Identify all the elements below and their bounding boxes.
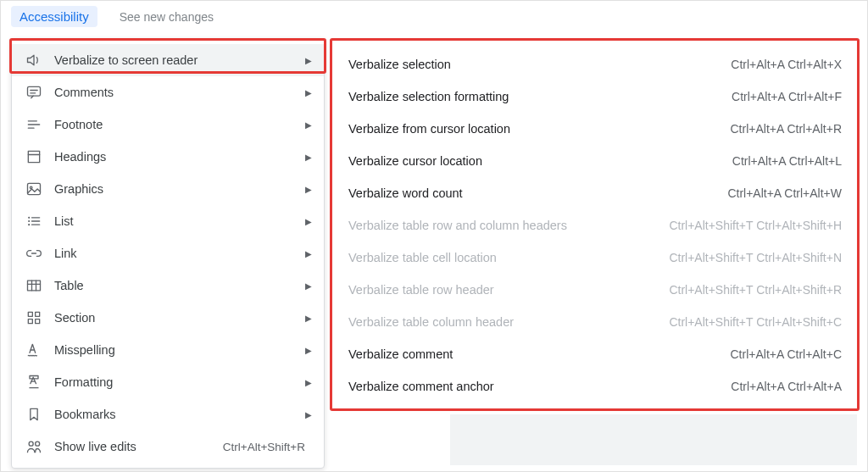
menu-item-bookmarks[interactable]: Bookmarks▶: [12, 398, 324, 430]
svg-point-28: [29, 441, 33, 446]
menu-item-label: Comments: [54, 86, 303, 99]
submenu-item-label: Verbalize comment anchor: [348, 380, 731, 393]
menu-item-label: Footnote: [54, 118, 303, 131]
svg-rect-23: [36, 319, 40, 324]
menu-item-show-live-edits[interactable]: Show live editsCtrl+Alt+Shift+R: [12, 430, 324, 463]
menu-item-shortcut: Ctrl+Alt+Shift+R: [223, 441, 305, 453]
svg-rect-6: [28, 151, 39, 162]
submenu-item-shortcut: Ctrl+Alt+Shift+T Ctrl+Alt+Shift+R: [669, 283, 842, 297]
chevron-right-icon: ▶: [303, 217, 312, 226]
chevron-right-icon: ▶: [303, 185, 312, 194]
menu-item-label: Formatting: [54, 375, 303, 389]
background-patch: [450, 414, 857, 465]
svg-point-11: [28, 220, 30, 222]
submenu-item-label: Verbalize word count: [348, 186, 727, 200]
menu-item-label: Misspelling: [54, 343, 303, 357]
submenu-item-verbalize-selection[interactable]: Verbalize selectionCtrl+Alt+A Ctrl+Alt+X: [333, 48, 857, 81]
headings-icon: [25, 148, 42, 165]
submenu-item-label: Verbalize comment: [348, 347, 731, 361]
svg-point-9: [30, 186, 32, 189]
submenu-item-verbalize-comment[interactable]: Verbalize commentCtrl+Alt+A Ctrl+Alt+C: [333, 338, 857, 370]
menu-item-label: Link: [54, 247, 303, 260]
submenu-item-shortcut: Ctrl+Alt+A Ctrl+Alt+F: [732, 90, 842, 103]
submenu-item-shortcut: Ctrl+Alt+A Ctrl+Alt+W: [727, 186, 842, 200]
chevron-right-icon: ▶: [303, 153, 312, 162]
submenu-item-verbalize-from-cursor-location[interactable]: Verbalize from cursor locationCtrl+Alt+A…: [333, 113, 857, 145]
submenu-item-verbalize-cursor-location[interactable]: Verbalize cursor locationCtrl+Alt+A Ctrl…: [333, 145, 857, 177]
see-new-changes-button[interactable]: See new changes: [113, 7, 220, 27]
bookmarks-icon: [25, 406, 42, 423]
menu-item-label: Headings: [54, 150, 303, 164]
tab-accessibility[interactable]: Accessibility: [11, 6, 97, 27]
chevron-right-icon: ▶: [303, 314, 312, 323]
menu-item-headings[interactable]: Headings▶: [12, 141, 324, 173]
menu-item-graphics[interactable]: Graphics▶: [12, 173, 324, 205]
menu-item-label: Show live edits: [54, 440, 223, 453]
submenu-item-label: Verbalize selection: [348, 58, 731, 71]
graphics-icon: [25, 180, 42, 197]
submenu-item-label: Verbalize table cell location: [348, 251, 669, 264]
chevron-right-icon: ▶: [303, 88, 312, 97]
menu-item-verbalize-to-screen-reader[interactable]: Verbalize to screen reader▶: [12, 44, 324, 76]
menu-item-label: Bookmarks: [54, 408, 303, 421]
submenu-item-label: Verbalize from cursor location: [348, 122, 731, 136]
menu-item-footnote[interactable]: Footnote▶: [12, 108, 324, 141]
submenu-item-shortcut: Ctrl+Alt+Shift+T Ctrl+Alt+Shift+C: [669, 315, 842, 329]
menu-item-misspelling[interactable]: Misspelling▶: [12, 334, 324, 366]
verbalize-submenu: Verbalize selectionCtrl+Alt+A Ctrl+Alt+X…: [333, 43, 857, 408]
svg-rect-22: [28, 319, 32, 324]
menu-item-section[interactable]: Section▶: [12, 302, 324, 334]
menu-item-formatting[interactable]: Formatting▶: [12, 366, 324, 398]
link-icon: [25, 245, 42, 262]
submenu-item-verbalize-comment-anchor[interactable]: Verbalize comment anchorCtrl+Alt+A Ctrl+…: [333, 370, 857, 403]
submenu-item-verbalize-table-column-header: Verbalize table column headerCtrl+Alt+Sh…: [333, 306, 857, 338]
chevron-right-icon: ▶: [303, 281, 312, 291]
submenu-item-shortcut: Ctrl+Alt+A Ctrl+Alt+X: [731, 58, 842, 71]
menu-item-label: Graphics: [54, 182, 303, 196]
table-icon: [25, 277, 42, 294]
svg-rect-0: [28, 86, 41, 96]
submenu-item-verbalize-table-cell-location: Verbalize table cell locationCtrl+Alt+Sh…: [333, 242, 857, 274]
comments-icon: [25, 84, 42, 101]
chevron-right-icon: ▶: [303, 378, 312, 387]
submenu-item-label: Verbalize table row header: [348, 283, 669, 297]
menu-item-label: Section: [54, 311, 303, 325]
accessibility-menu: Verbalize to screen reader▶Comments▶Foot…: [11, 38, 325, 469]
svg-rect-20: [28, 312, 32, 316]
submenu-item-label: Verbalize cursor location: [348, 154, 732, 168]
menu-item-list[interactable]: List▶: [12, 205, 324, 237]
menu-item-label: Verbalize to screen reader: [54, 53, 303, 67]
submenu-item-verbalize-selection-formatting[interactable]: Verbalize selection formattingCtrl+Alt+A…: [333, 81, 857, 113]
footnote-icon: [25, 116, 42, 133]
live-edits-icon: [25, 438, 42, 455]
submenu-item-shortcut: Ctrl+Alt+A Ctrl+Alt+L: [732, 154, 842, 168]
submenu-item-label: Verbalize table row and column headers: [348, 219, 669, 232]
menu-item-label: Table: [54, 279, 303, 292]
svg-rect-8: [28, 183, 41, 194]
svg-point-10: [28, 217, 30, 219]
speaker-icon: [25, 52, 42, 69]
chevron-right-icon: ▶: [303, 410, 312, 419]
svg-point-12: [28, 224, 30, 225]
menu-item-link[interactable]: Link▶: [12, 237, 324, 269]
menu-item-comments[interactable]: Comments▶: [12, 76, 324, 108]
submenu-item-shortcut: Ctrl+Alt+A Ctrl+Alt+R: [731, 122, 843, 136]
submenu-item-shortcut: Ctrl+Alt+Shift+T Ctrl+Alt+Shift+H: [669, 219, 842, 232]
misspelling-icon: [25, 342, 42, 358]
submenu-item-label: Verbalize table column header: [348, 315, 669, 329]
submenu-item-verbalize-table-row-header: Verbalize table row headerCtrl+Alt+Shift…: [333, 274, 857, 306]
submenu-item-shortcut: Ctrl+Alt+A Ctrl+Alt+A: [731, 380, 842, 393]
menu-item-table[interactable]: Table▶: [12, 269, 324, 302]
submenu-item-verbalize-table-row-and-column-headers: Verbalize table row and column headersCt…: [333, 209, 857, 242]
chevron-right-icon: ▶: [303, 120, 312, 130]
submenu-item-verbalize-word-count[interactable]: Verbalize word countCtrl+Alt+A Ctrl+Alt+…: [333, 177, 857, 209]
menu-item-label: List: [54, 214, 303, 228]
svg-rect-21: [36, 312, 40, 316]
chevron-right-icon: ▶: [303, 346, 312, 355]
chevron-right-icon: ▶: [303, 249, 312, 258]
chevron-right-icon: ▶: [303, 56, 312, 65]
submenu-item-shortcut: Ctrl+Alt+A Ctrl+Alt+C: [731, 347, 843, 361]
submenu-item-label: Verbalize selection formatting: [348, 90, 732, 103]
submenu-item-shortcut: Ctrl+Alt+Shift+T Ctrl+Alt+Shift+N: [669, 251, 842, 264]
formatting-icon: [25, 374, 42, 391]
